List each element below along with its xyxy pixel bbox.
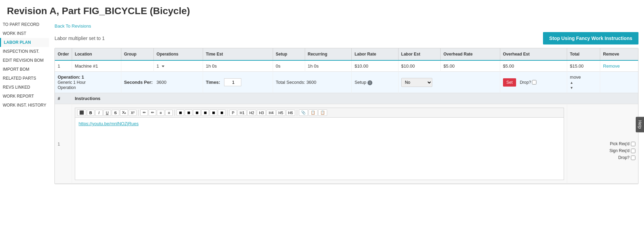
hash-cell: # bbox=[55, 93, 72, 104]
paragraph-toolbar-button[interactable]: P bbox=[229, 110, 237, 116]
th-group: Group bbox=[121, 48, 153, 60]
help-tab[interactable]: Help bbox=[636, 117, 644, 132]
back-to-revisions-link[interactable]: Back To Revisions bbox=[54, 23, 91, 29]
h2-toolbar-button[interactable]: H2 bbox=[247, 110, 256, 116]
paste-toolbar-button[interactable]: 📋 bbox=[318, 109, 327, 116]
sidebar-item-to-part-record[interactable]: TO PART RECORD bbox=[0, 20, 49, 29]
total-seconds-value: 3600 bbox=[306, 80, 316, 85]
op-remove-cell bbox=[600, 72, 638, 93]
checkbox-label: Drop? bbox=[618, 155, 630, 160]
sidebar-item-labor-plan[interactable]: LABOR PLAN bbox=[0, 38, 49, 47]
sidebar-item-edit-revision-bom[interactable]: EDIT REVISION BOM bbox=[0, 56, 49, 65]
color-toolbar-button[interactable]: ✏ bbox=[140, 109, 148, 116]
drop-label: Drop? bbox=[520, 80, 531, 85]
align-right-toolbar-button[interactable]: ◼ bbox=[193, 109, 201, 116]
checkbox-row-sign-reqd: Sign Req'd bbox=[570, 148, 635, 153]
rich-text-editor: ⬛BIUSX₂X²✏✏≡≡◼◼◼◼◼◼PH1H2H3H4H5H6📎📋📋 http… bbox=[75, 108, 564, 180]
sidebar-item-inspection-inst[interactable]: INSPECTION INST. bbox=[0, 47, 49, 56]
bold-toolbar-button[interactable]: B bbox=[87, 110, 94, 116]
checkbox-drop?[interactable] bbox=[631, 156, 635, 160]
checkbox-signreqd[interactable] bbox=[631, 149, 635, 153]
highlight-toolbar-button[interactable]: ✏ bbox=[149, 109, 156, 116]
set-btn-cell: Set Drop? bbox=[500, 72, 567, 93]
time-est-cell: 1h 0s bbox=[203, 60, 273, 72]
link-toolbar-button[interactable]: 📎 bbox=[299, 109, 308, 116]
underline-toolbar-button[interactable]: U bbox=[103, 110, 111, 116]
move-cell: move ▲ ▼ bbox=[567, 72, 600, 93]
h5-toolbar-button[interactable]: H5 bbox=[276, 110, 285, 116]
h1-toolbar-button[interactable]: H1 bbox=[238, 110, 246, 116]
checkbox-pickreqd[interactable] bbox=[631, 142, 635, 146]
op-desc-line1: Generic 1 Hour bbox=[58, 80, 85, 85]
sidebar-item-work-inst[interactable]: WORK INST bbox=[0, 29, 49, 38]
editor-cell: ⬛BIUSX₂X²✏✏≡≡◼◼◼◼◼◼PH1H2H3H4H5H6📎📋📋 http… bbox=[72, 104, 567, 184]
setup-cell: 0s bbox=[273, 60, 305, 72]
instructions-label: Instructions bbox=[75, 96, 100, 101]
stop-fancy-work-instructions-button[interactable]: Stop Using Fancy Work Instructions bbox=[543, 32, 638, 44]
outdent-toolbar-button[interactable]: ◼ bbox=[218, 109, 225, 116]
toolbar-separator bbox=[138, 110, 139, 116]
move-up-icon[interactable]: ▲ bbox=[570, 81, 573, 84]
setup-dropdown-cell: Setup i bbox=[352, 72, 398, 93]
toolbar-separator bbox=[227, 110, 228, 116]
setup-select[interactable]: No Yes bbox=[401, 78, 432, 87]
times-cell: Times: bbox=[203, 72, 273, 93]
header-row: Labor multiplier set to 1 Stop Using Fan… bbox=[54, 32, 638, 44]
instructions-header-row: # Instructions bbox=[55, 93, 638, 104]
op-label-cell: Operation: 1 Generic 1 Hour Operation bbox=[55, 72, 121, 93]
table-row: 1 Machine #1 1 1h 0s 0s 1h 0s $10.00 $10… bbox=[55, 60, 638, 72]
subscript-toolbar-button[interactable]: X₂ bbox=[120, 109, 128, 116]
h4-toolbar-button[interactable]: H4 bbox=[266, 110, 275, 116]
th-overhead-rate: Overhead Rate bbox=[441, 48, 500, 60]
indent-toolbar-button[interactable]: ◼ bbox=[210, 109, 217, 116]
sidebar-item-work-report[interactable]: WORK REPORT bbox=[0, 92, 49, 101]
operations-chevron-icon bbox=[162, 66, 164, 67]
checkboxes-cell: Pick Req'dSign Req'dDrop? bbox=[567, 104, 638, 184]
instructions-header-cell: Instructions bbox=[72, 93, 638, 104]
checkbox-label: Sign Req'd bbox=[610, 148, 630, 153]
strikethrough-toolbar-button[interactable]: S bbox=[112, 110, 119, 116]
seconds-per-label: Seconds Per: bbox=[124, 80, 153, 85]
sidebar-item-work-inst-history[interactable]: WORK INST. HISTORY bbox=[0, 101, 49, 110]
labor-est-cell: $10.00 bbox=[398, 60, 441, 72]
operations-cell[interactable]: 1 bbox=[154, 60, 203, 72]
editor-content[interactable]: https://youtu.be/mnlNOZjRues bbox=[75, 118, 564, 180]
set-button[interactable]: Set bbox=[503, 78, 516, 87]
operations-value: 1 bbox=[157, 63, 159, 69]
sidebar-item-import-bom[interactable]: IMPORT BOM bbox=[0, 65, 49, 74]
sidebar-item-revs-linked[interactable]: REVS LINKED bbox=[0, 83, 49, 92]
editor-link[interactable]: https://youtu.be/mnlNOZjRues bbox=[79, 121, 139, 126]
move-down-icon[interactable]: ▼ bbox=[570, 86, 573, 90]
sidebar-item-related-parts[interactable]: RELATED PARTS bbox=[0, 74, 49, 83]
remove-cell[interactable]: Remove bbox=[600, 60, 638, 72]
align-center-toolbar-button[interactable]: ◼ bbox=[185, 109, 192, 116]
times-input[interactable] bbox=[224, 78, 241, 86]
seconds-per-value: 3600 bbox=[157, 80, 167, 85]
toolbar-separator bbox=[297, 110, 297, 116]
recurring-cell: 1h 0s bbox=[305, 60, 352, 72]
h3-toolbar-button[interactable]: H3 bbox=[257, 110, 266, 116]
drop-checkbox[interactable] bbox=[532, 80, 536, 84]
setup-select-cell[interactable]: No Yes bbox=[398, 72, 500, 93]
th-total: Total bbox=[567, 48, 600, 60]
picture-toolbar-button[interactable]: ⬛ bbox=[77, 109, 86, 116]
instruction-checkboxes: Pick Req'dSign Req'dDrop? bbox=[570, 128, 635, 160]
th-time-est: Time Est bbox=[203, 48, 273, 60]
remove-link[interactable]: Remove bbox=[603, 63, 620, 69]
drop-checkbox-label[interactable]: Drop? bbox=[520, 80, 537, 85]
operation-number: 1 bbox=[82, 74, 84, 80]
italic-toolbar-button[interactable]: I bbox=[95, 110, 103, 116]
superscript-toolbar-button[interactable]: X² bbox=[129, 110, 137, 116]
operation-label: Operation: bbox=[58, 74, 80, 80]
align-left-toolbar-button[interactable]: ◼ bbox=[177, 109, 184, 116]
justify-toolbar-button[interactable]: ◼ bbox=[201, 109, 209, 116]
ordered-list-toolbar-button[interactable]: ≡ bbox=[165, 110, 173, 116]
bullet-list-toolbar-button[interactable]: ≡ bbox=[157, 110, 164, 116]
copy-toolbar-button[interactable]: 📋 bbox=[309, 109, 318, 116]
instruction-number: 1 bbox=[58, 140, 60, 147]
main-content: Back To Revisions Labor multiplier set t… bbox=[49, 20, 644, 188]
order-cell: 1 bbox=[55, 60, 72, 72]
h6-toolbar-button[interactable]: H6 bbox=[286, 110, 295, 116]
sidebar: TO PART RECORDWORK INSTLABOR PLANINSPECT… bbox=[0, 20, 49, 188]
th-labor-rate: Labor Rate bbox=[352, 48, 398, 60]
